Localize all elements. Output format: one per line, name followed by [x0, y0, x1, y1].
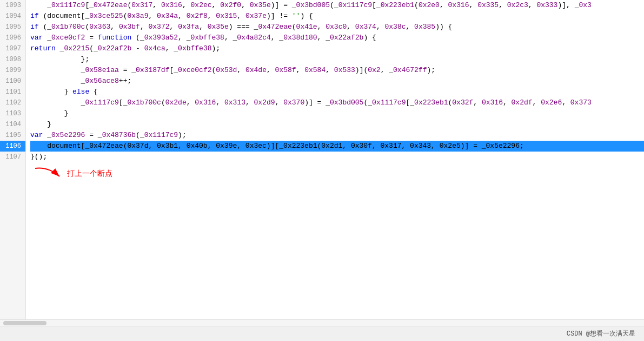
line-number: 1107	[0, 152, 25, 162]
line-number: 1105	[0, 130, 25, 141]
scrollbar-thumb[interactable]	[3, 321, 47, 325]
line-number: 1098	[0, 54, 25, 65]
code-line: document[_0x472eae(0x37d, 0x3b1, 0x40b, …	[30, 141, 644, 152]
line-number: 1100	[0, 76, 25, 87]
line-number: 1094	[0, 11, 25, 22]
line-number: 1103	[0, 108, 25, 119]
code-line: return _0x2215(_0x22af2b - 0x4ca, _0xbff…	[30, 43, 644, 54]
code-line: if (document[_0x3ce525(0x3a9, 0x34a, 0x2…	[30, 11, 644, 22]
code-line: var _0xce0cf2 = function (_0x393a52, _0x…	[30, 32, 644, 43]
annotation-text: 打上一个断点	[67, 169, 112, 179]
line-number: 1099	[0, 65, 25, 76]
watermark: CSDN @想看一次满天星	[567, 329, 635, 338]
code-line: _0x56ace8++;	[30, 76, 644, 87]
code-editor: 1093109410951096109710981099110011011102…	[0, 0, 644, 319]
code-line: } else {	[30, 87, 644, 97]
code-line: }	[30, 108, 644, 119]
bottom-bar: CSDN @想看一次满天星	[0, 326, 644, 341]
line-number: 1095	[0, 22, 25, 32]
code-line: var _0x5e2296 = _0x48736b(_0x1117c9);	[30, 130, 644, 141]
code-line: _0x1117c9[_0x1b700c(0x2de, 0x316, 0x313,…	[30, 97, 644, 108]
code-line: }	[30, 119, 644, 130]
line-number: 1104	[0, 119, 25, 130]
code-line: }();	[30, 152, 644, 162]
line-number: 1102	[0, 97, 25, 108]
line-number: 1093	[0, 0, 25, 11]
code-line: if (_0x1b700c(0x363, 0x3bf, 0x372, 0x3fa…	[30, 22, 644, 32]
line-number: 1101	[0, 87, 25, 97]
line-number: 1097	[0, 43, 25, 54]
annotation: 打上一个断点	[30, 162, 644, 182]
line-number: 1106	[0, 141, 25, 152]
line-number: 1096	[0, 32, 25, 43]
code-area[interactable]: _0x1117c9[_0x472eae(0x317, 0x316, 0x2ec,…	[26, 0, 644, 319]
code-line: _0x1117c9[_0x472eae(0x317, 0x316, 0x2ec,…	[30, 0, 644, 11]
code-line: _0x58e1aa = _0x3187df[_0xce0cf2(0x53d, 0…	[30, 65, 644, 76]
code-line: };	[30, 54, 644, 65]
horizontal-scrollbar[interactable]	[0, 319, 644, 326]
arrow-icon	[32, 166, 65, 182]
line-numbers: 1093109410951096109710981099110011011102…	[0, 0, 26, 319]
